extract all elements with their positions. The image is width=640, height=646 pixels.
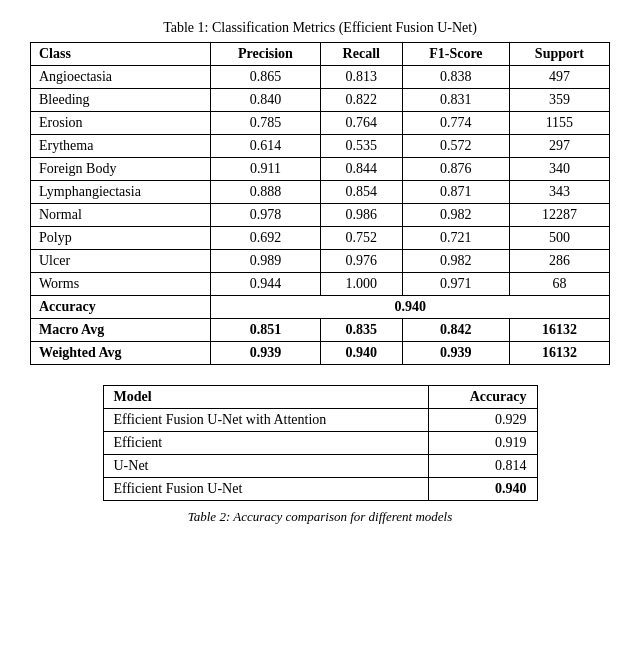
table-cell: 0.774	[402, 112, 509, 135]
table-row: Polyp0.6920.7520.721500	[31, 227, 610, 250]
model-table-row: Efficient Fusion U-Net0.940	[103, 478, 537, 501]
table-cell: 0.976	[320, 250, 402, 273]
table-row: Angioectasia0.8650.8130.838497	[31, 66, 610, 89]
macro-avg-row: Macro Avg0.8510.8350.84216132	[31, 319, 610, 342]
model-table-cell: 0.814	[429, 455, 537, 478]
table-row: Erosion0.7850.7640.7741155	[31, 112, 610, 135]
accuracy-value: 0.940	[211, 296, 610, 319]
model-table-row: Efficient0.919	[103, 432, 537, 455]
table-cell: 0.871	[402, 181, 509, 204]
table-cell: Normal	[31, 204, 211, 227]
table-cell: 0.835	[320, 319, 402, 342]
table-cell: 1.000	[320, 273, 402, 296]
model-table-cell: Efficient Fusion U-Net with Attention	[103, 409, 429, 432]
table-cell: 0.838	[402, 66, 509, 89]
accuracy-row: Accuracy0.940	[31, 296, 610, 319]
table-cell: 343	[509, 181, 609, 204]
macro-avg-label: Macro Avg	[31, 319, 211, 342]
table-row: Foreign Body0.9110.8440.876340	[31, 158, 610, 181]
table-cell: 0.982	[402, 250, 509, 273]
table-cell: Erythema	[31, 135, 211, 158]
table-cell: 1155	[509, 112, 609, 135]
table-cell: 0.939	[402, 342, 509, 365]
table-cell: 497	[509, 66, 609, 89]
table-cell: 297	[509, 135, 609, 158]
table-cell: 0.842	[402, 319, 509, 342]
table-cell: 0.721	[402, 227, 509, 250]
model-table-row: Efficient Fusion U-Net with Attention0.9…	[103, 409, 537, 432]
table-cell: 68	[509, 273, 609, 296]
col-f1score: F1-Score	[402, 43, 509, 66]
table-row: Bleeding0.8400.8220.831359	[31, 89, 610, 112]
table-cell: 0.940	[320, 342, 402, 365]
table-cell: Foreign Body	[31, 158, 211, 181]
table-row: Erythema0.6140.5350.572297	[31, 135, 610, 158]
table-cell: 0.840	[211, 89, 320, 112]
table-cell: 0.876	[402, 158, 509, 181]
table1-header-row: Class Precision Recall F1-Score Support	[31, 43, 610, 66]
model-table-cell: U-Net	[103, 455, 429, 478]
col-accuracy: Accuracy	[429, 386, 537, 409]
table-cell: Angioectasia	[31, 66, 211, 89]
table-cell: 0.831	[402, 89, 509, 112]
table-cell: Bleeding	[31, 89, 211, 112]
table-cell: 0.535	[320, 135, 402, 158]
col-recall: Recall	[320, 43, 402, 66]
table-cell: 0.764	[320, 112, 402, 135]
table-cell: 0.911	[211, 158, 320, 181]
model-accuracy-table: Model Accuracy Efficient Fusion U-Net wi…	[103, 385, 538, 501]
table-cell: 12287	[509, 204, 609, 227]
table-cell: 340	[509, 158, 609, 181]
table-cell: 0.752	[320, 227, 402, 250]
table-cell: 0.971	[402, 273, 509, 296]
table2-header-row: Model Accuracy	[103, 386, 537, 409]
table-cell: 0.844	[320, 158, 402, 181]
table-cell: 0.982	[402, 204, 509, 227]
model-table-row: U-Net0.814	[103, 455, 537, 478]
weighted-avg-label: Weighted Avg	[31, 342, 211, 365]
table-cell: 0.939	[211, 342, 320, 365]
model-comparison-section: Model Accuracy Efficient Fusion U-Net wi…	[103, 385, 538, 525]
table-cell: 0.572	[402, 135, 509, 158]
model-table-cell: 0.919	[429, 432, 537, 455]
table-cell: Ulcer	[31, 250, 211, 273]
table-cell: Erosion	[31, 112, 211, 135]
table-cell: 0.989	[211, 250, 320, 273]
table-cell: 359	[509, 89, 609, 112]
accuracy-label: Accuracy	[31, 296, 211, 319]
table-cell: 0.978	[211, 204, 320, 227]
table-cell: 0.822	[320, 89, 402, 112]
table-cell: 0.986	[320, 204, 402, 227]
table-row: Worms0.9441.0000.97168	[31, 273, 610, 296]
model-table-cell: 0.940	[429, 478, 537, 501]
classification-metrics-table: Class Precision Recall F1-Score Support …	[30, 42, 610, 365]
table-cell: 0.944	[211, 273, 320, 296]
table-cell: 0.865	[211, 66, 320, 89]
table-row: Normal0.9780.9860.98212287	[31, 204, 610, 227]
weighted-avg-row: Weighted Avg0.9390.9400.93916132	[31, 342, 610, 365]
table-cell: 0.785	[211, 112, 320, 135]
col-precision: Precision	[211, 43, 320, 66]
table-cell: 0.614	[211, 135, 320, 158]
table-cell: Lymphangiectasia	[31, 181, 211, 204]
table-cell: 16132	[509, 342, 609, 365]
table-cell: 0.888	[211, 181, 320, 204]
table1-caption: Table 1: Classification Metrics (Efficie…	[163, 20, 477, 36]
table-cell: Polyp	[31, 227, 211, 250]
table-cell: 0.692	[211, 227, 320, 250]
col-support: Support	[509, 43, 609, 66]
table-cell: 0.813	[320, 66, 402, 89]
model-table-cell: Efficient	[103, 432, 429, 455]
table2-caption: Table 2: Accuracy comparison for differe…	[103, 509, 538, 525]
table-row: Lymphangiectasia0.8880.8540.871343	[31, 181, 610, 204]
table-cell: Worms	[31, 273, 211, 296]
table-cell: 500	[509, 227, 609, 250]
col-class: Class	[31, 43, 211, 66]
table-cell: 286	[509, 250, 609, 273]
model-table-cell: Efficient Fusion U-Net	[103, 478, 429, 501]
model-table-cell: 0.929	[429, 409, 537, 432]
table-row: Ulcer0.9890.9760.982286	[31, 250, 610, 273]
col-model: Model	[103, 386, 429, 409]
table-cell: 16132	[509, 319, 609, 342]
table-cell: 0.854	[320, 181, 402, 204]
